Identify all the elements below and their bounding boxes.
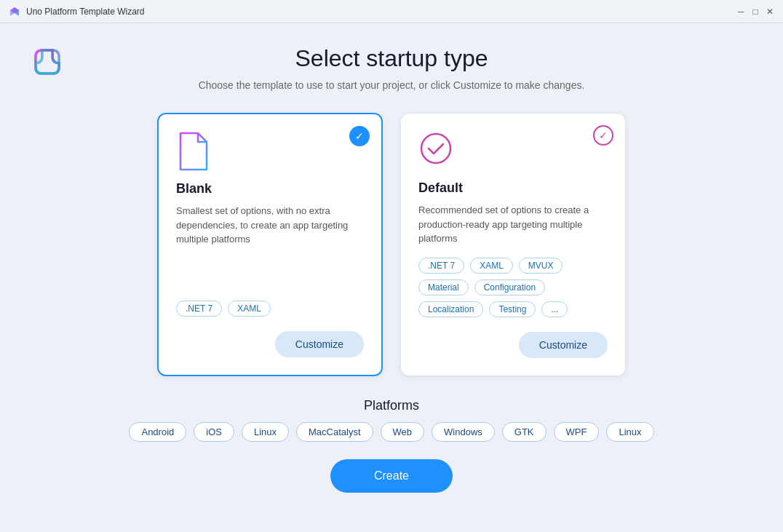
platform-wpf[interactable]: WPF — [554, 422, 600, 442]
default-card-title: Default — [418, 180, 608, 196]
default-card-tags: .NET 7 XAML MVUX Material Configuration … — [418, 258, 608, 317]
default-card-description: Recommended set of options to create a p… — [418, 203, 608, 246]
blank-card-description: Smallest set of options, with no extra d… — [176, 204, 364, 289]
blank-card[interactable]: ✓ Blank Smallest set of options, with no… — [157, 113, 383, 376]
platform-windows[interactable]: Windows — [432, 422, 495, 442]
tag-localization: Localization — [418, 301, 483, 317]
platform-linux-2[interactable]: Linux — [606, 422, 653, 442]
tag-xaml-d: XAML — [470, 258, 513, 274]
tag-more: ... — [541, 301, 568, 317]
minimize-button[interactable]: ─ — [736, 7, 745, 16]
app-icon — [9, 6, 20, 17]
tag-testing: Testing — [489, 301, 536, 317]
platform-ios[interactable]: iOS — [194, 422, 234, 442]
tag-configuration: Configuration — [474, 279, 545, 295]
platforms-tags: Android iOS Linux MacCatalyst Web Window… — [129, 422, 653, 442]
default-card[interactable]: ✓ Default Recommended set of options to … — [400, 113, 626, 376]
create-button[interactable]: Create — [330, 459, 453, 493]
tag-mvux: MVUX — [519, 258, 563, 274]
close-button[interactable]: ✕ — [766, 7, 774, 16]
blank-card-icon — [176, 132, 208, 171]
platforms-title: Platforms — [364, 398, 419, 413]
platforms-section: Platforms Android iOS Linux MacCatalyst … — [129, 398, 653, 442]
blank-customize-button[interactable]: Customize — [275, 331, 364, 357]
platform-android[interactable]: Android — [129, 422, 186, 442]
tag-net7-d: .NET 7 — [418, 258, 464, 274]
default-card-icon — [418, 131, 450, 170]
platform-maccatalyst[interactable]: MacCatalyst — [296, 422, 373, 442]
default-customize-button[interactable]: Customize — [519, 332, 608, 358]
svg-point-0 — [421, 134, 450, 163]
platform-gtk[interactable]: GTK — [502, 422, 546, 442]
title-bar: Uno Platform Template Wizard ─ □ ✕ — [0, 0, 783, 23]
tag-net7: .NET 7 — [176, 301, 222, 317]
page-subtitle: Choose the template to use to start your… — [199, 79, 585, 91]
maximize-button[interactable]: □ — [751, 7, 760, 16]
uno-logo — [29, 44, 65, 83]
cards-container: ✓ Blank Smallest set of options, with no… — [157, 113, 626, 376]
default-card-check: ✓ — [593, 125, 613, 146]
blank-card-tags: .NET 7 XAML — [176, 301, 364, 317]
tag-xaml: XAML — [228, 301, 271, 317]
platform-web[interactable]: Web — [381, 422, 425, 442]
platform-linux-1[interactable]: Linux — [242, 422, 289, 442]
blank-card-check: ✓ — [349, 126, 370, 146]
window-controls: ─ □ ✕ — [736, 7, 774, 16]
page-title: Select startup type — [295, 45, 488, 72]
main-content: Select startup type Choose the template … — [0, 23, 783, 532]
tag-material: Material — [418, 279, 469, 295]
title-bar-text: Uno Platform Template Wizard — [26, 7, 736, 17]
blank-card-title: Blank — [176, 181, 364, 196]
